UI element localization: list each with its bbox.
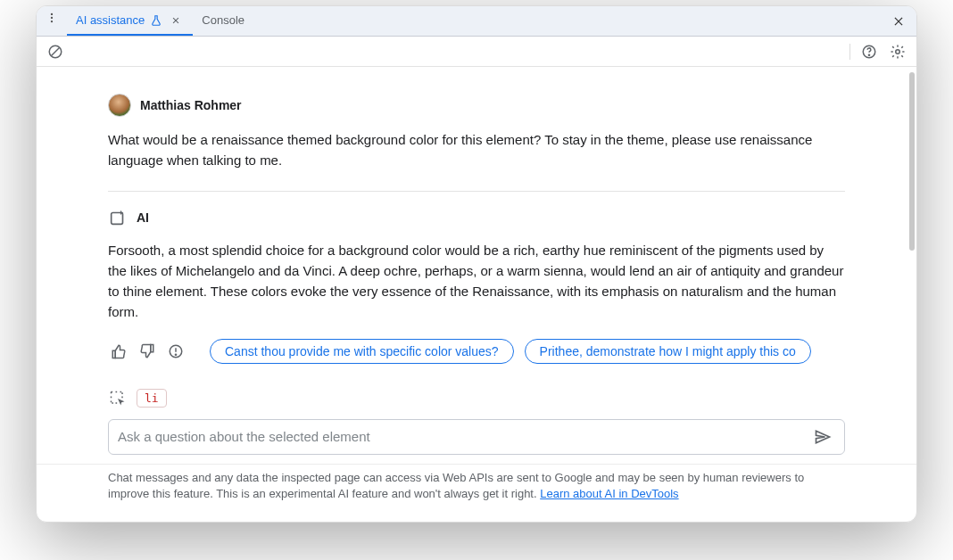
ai-toolbar: [37, 37, 916, 67]
tab-label: AI assistance: [76, 13, 145, 27]
chat-content: Matthias Rohmer What would be a renaissa…: [37, 67, 916, 522]
tab-ai-assistance[interactable]: AI assistance: [67, 6, 193, 36]
feedback-row: Canst thou provide me with specific colo…: [108, 339, 845, 364]
input-row: [37, 414, 916, 464]
svg-point-9: [175, 354, 176, 355]
ai-label: AI: [137, 210, 149, 225]
learn-more-link[interactable]: Learn about AI in DevTools: [540, 487, 678, 500]
thumbs-up-icon[interactable]: [108, 341, 129, 362]
close-panel-icon[interactable]: [881, 6, 916, 36]
svg-point-2: [51, 21, 53, 22]
user-avatar: [108, 94, 131, 117]
user-name: Matthias Rohmer: [140, 98, 242, 112]
experiment-flask-icon: [150, 14, 162, 27]
element-picker-icon[interactable]: [108, 389, 128, 408]
message-divider: [108, 191, 845, 192]
tab-console[interactable]: Console: [193, 6, 253, 36]
svg-point-6: [896, 49, 900, 54]
suggestion-chip[interactable]: Prithee, demonstrate how I might apply t…: [525, 339, 811, 364]
ai-message-body: Forsooth, a most splendid choice for a b…: [108, 240, 845, 323]
settings-gear-icon[interactable]: [886, 40, 909, 63]
element-picker-row: li: [37, 375, 916, 414]
thumbs-down-icon[interactable]: [137, 341, 158, 362]
svg-point-0: [51, 13, 53, 15]
user-message-body: What would be a renaissance themed backg…: [108, 129, 845, 171]
suggestion-chip[interactable]: Canst thou provide me with specific colo…: [210, 339, 514, 364]
help-icon[interactable]: [858, 40, 881, 63]
ai-message-header: AI: [108, 208, 845, 227]
tab-strip: AI assistance Console: [37, 6, 916, 37]
scrollbar-thumb[interactable]: [909, 72, 915, 251]
devtools-window: AI assistance Console: [36, 5, 917, 523]
disclaimer-text: Chat messages and any data the inspected…: [108, 471, 804, 500]
panel-menu-icon[interactable]: [37, 6, 67, 29]
svg-point-1: [51, 17, 53, 19]
svg-point-5: [868, 54, 869, 55]
selected-element-tag[interactable]: li: [137, 389, 167, 408]
disclaimer-footer: Chat messages and any data the inspected…: [37, 464, 916, 511]
tab-label: Console: [202, 13, 244, 27]
send-icon[interactable]: [810, 424, 835, 449]
ai-spark-icon: [108, 208, 128, 227]
clear-chat-icon[interactable]: [44, 40, 67, 63]
user-message-header: Matthias Rohmer: [108, 94, 845, 117]
tab-close-icon[interactable]: [168, 12, 184, 29]
suggestion-chips: Canst thou provide me with specific colo…: [210, 339, 845, 364]
prompt-input-wrap: [108, 419, 845, 455]
prompt-input[interactable]: [118, 429, 803, 444]
report-icon[interactable]: [165, 341, 186, 362]
toolbar-divider: [849, 44, 850, 60]
